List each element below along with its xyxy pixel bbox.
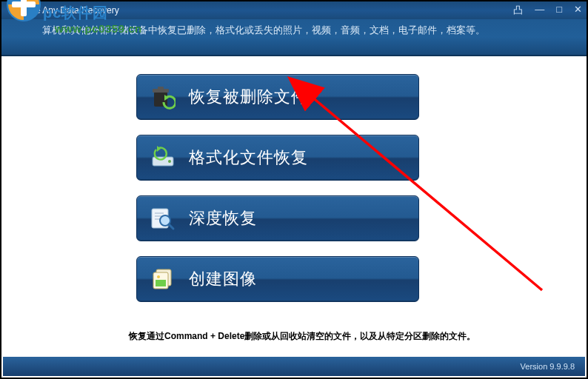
- watermark-text-url: www.pc0359.cn: [55, 22, 142, 35]
- recover-formatted-label: 格式化文件恢复: [189, 147, 308, 169]
- version-label: Version 9.9.9.8: [521, 362, 575, 371]
- svg-line-17: [169, 224, 173, 229]
- watermark-text-site: pc软件园: [43, 3, 108, 23]
- deep-recovery-button[interactable]: 深度恢复: [136, 195, 419, 241]
- svg-rect-20: [156, 280, 166, 286]
- window-controls: 凸 — □ ✕: [513, 4, 582, 17]
- content-area: 恢复被删除文件 格式化文件恢复: [3, 58, 585, 355]
- app-window: Free Any Data Recovery 凸 — □ ✕ 算机和其他外部存储…: [0, 0, 588, 379]
- watermark-logo-icon: [6, 0, 41, 22]
- trash-recover-icon: [150, 84, 176, 110]
- maximize-button[interactable]: □: [556, 4, 562, 17]
- tray-button[interactable]: 凸: [513, 4, 523, 17]
- svg-rect-7: [158, 87, 164, 90]
- deep-recovery-label: 深度恢复: [189, 207, 257, 229]
- magnifier-icon: [150, 206, 176, 231]
- svg-rect-4: [12, 1, 36, 7]
- minimize-button[interactable]: —: [535, 4, 544, 17]
- hint-text: 恢复通过Command + Delete删除或从回收站清空的文件，以及从特定分区…: [129, 330, 475, 343]
- footer: Version 9.9.9.8: [3, 357, 585, 376]
- recover-formatted-button[interactable]: 格式化文件恢复: [136, 135, 419, 181]
- svg-marker-11: [157, 146, 161, 152]
- svg-point-10: [168, 160, 171, 163]
- create-image-button[interactable]: 创建图像: [136, 256, 419, 302]
- recover-deleted-button[interactable]: 恢复被删除文件: [136, 74, 419, 120]
- create-image-label: 创建图像: [189, 268, 257, 290]
- close-button[interactable]: ✕: [574, 4, 582, 17]
- image-copy-icon: [150, 266, 176, 292]
- drive-icon: [150, 145, 176, 170]
- svg-point-21: [157, 275, 160, 278]
- recover-deleted-label: 恢复被删除文件: [189, 86, 308, 108]
